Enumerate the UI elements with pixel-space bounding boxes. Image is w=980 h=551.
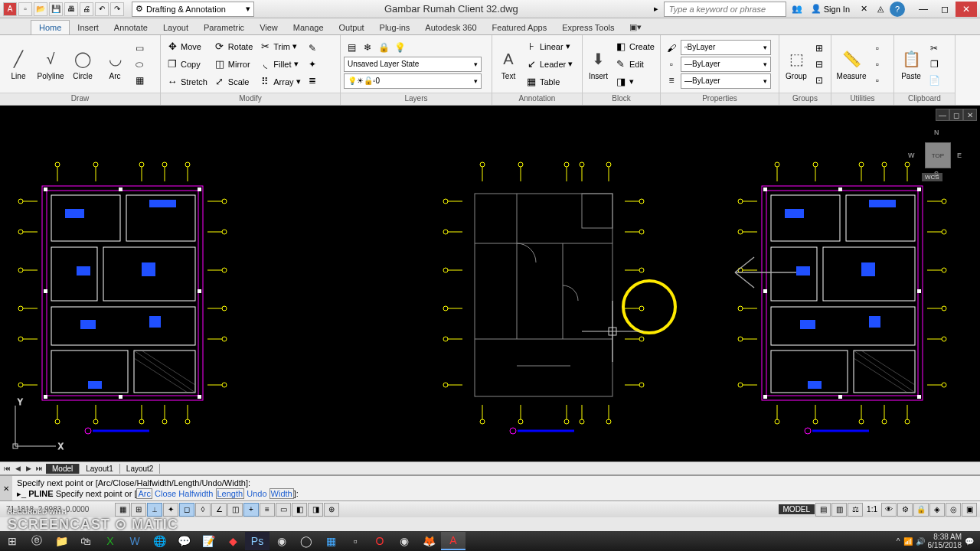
system-tray[interactable]: ^ 📶 🔊 8:38 AM 6/15/2018 💬: [890, 533, 980, 549]
ribbon-min-icon[interactable]: ▣▾: [622, 20, 649, 34]
utilities-panel[interactable]: Utilities: [831, 93, 893, 105]
task-ie-icon[interactable]: ⓔ: [24, 532, 49, 550]
task-firefox-icon[interactable]: 🦊: [416, 532, 441, 550]
group-sel-icon[interactable]: ⊡: [812, 73, 827, 88]
annovisibility-icon[interactable]: 👁: [881, 503, 897, 517]
tab-output[interactable]: Output: [332, 21, 372, 34]
dyn-icon[interactable]: +: [243, 503, 259, 517]
task-opera-icon[interactable]: O: [368, 532, 392, 550]
tab-first-icon[interactable]: ⏮: [2, 463, 12, 474]
qp-icon[interactable]: ◧: [292, 503, 307, 517]
measure-button[interactable]: 📏Measure: [835, 37, 868, 91]
clipboard-panel[interactable]: Clipboard: [894, 93, 955, 105]
task-chat-icon[interactable]: 💬: [172, 532, 196, 550]
open-icon[interactable]: 📂: [34, 2, 47, 16]
linetype-dropdown[interactable]: — ByLayer: [681, 73, 771, 89]
workspace-dropdown[interactable]: Drafting & Annotation: [132, 2, 254, 17]
3dosnap-icon[interactable]: ◊: [195, 503, 211, 517]
quickview-layouts-icon[interactable]: ▤: [815, 503, 831, 517]
cmd-close-icon[interactable]: ✕: [0, 476, 12, 500]
copy-button[interactable]: ❐Copy: [164, 56, 210, 73]
task-app3-icon[interactable]: ▦: [318, 532, 343, 550]
annotation-scale[interactable]: 1:1: [864, 505, 880, 514]
leader-button[interactable]: ↙Leader▾: [523, 56, 575, 73]
tab-manage[interactable]: Manage: [286, 21, 332, 34]
viewcube-top[interactable]: TOP: [925, 142, 951, 168]
maximize-button[interactable]: ◻: [934, 2, 956, 17]
polyline-button[interactable]: √Polyline: [35, 37, 66, 91]
help-icon[interactable]: ?: [890, 2, 905, 17]
tab-insert[interactable]: Insert: [70, 21, 106, 34]
undo-icon[interactable]: ↶: [95, 2, 109, 16]
plot-icon[interactable]: 🖶: [64, 2, 78, 16]
line-button[interactable]: ╱Line: [3, 37, 34, 91]
wcs-label[interactable]: WCS: [922, 173, 942, 181]
task-word-icon[interactable]: W: [122, 532, 147, 550]
layer-props-icon[interactable]: ▤: [344, 40, 359, 55]
text-button[interactable]: AText: [495, 37, 521, 91]
layer-state-dropdown[interactable]: Unsaved Layer State: [344, 57, 482, 72]
erase-icon[interactable]: ✎: [305, 41, 320, 56]
lwt-icon[interactable]: ≡: [260, 503, 275, 517]
ungroup-icon[interactable]: ⊞: [812, 41, 827, 56]
ortho-icon[interactable]: ⟂: [147, 503, 162, 517]
save-icon[interactable]: 💾: [49, 2, 63, 16]
clean-screen-icon[interactable]: ▣: [962, 503, 977, 517]
sign-in-button[interactable]: Sign In: [806, 4, 854, 14]
rectangle-icon[interactable]: ▭: [132, 41, 147, 56]
layer-lock-icon[interactable]: 🔒: [376, 40, 391, 55]
props-color-icon[interactable]: ▫: [664, 57, 679, 72]
explode-icon[interactable]: ✦: [305, 57, 320, 72]
modify-panel[interactable]: Modify: [161, 93, 340, 105]
layout2-tab[interactable]: Layout2: [120, 464, 161, 474]
group-button[interactable]: ⬚Group: [782, 37, 810, 91]
offset-icon[interactable]: ≣: [305, 73, 320, 88]
stretch-button[interactable]: ↔Stretch: [164, 73, 210, 90]
tpy-icon[interactable]: ▭: [276, 503, 291, 517]
osnap-icon[interactable]: ◻: [179, 503, 194, 517]
move-button[interactable]: ✥Move: [164, 38, 210, 55]
task-chrome-icon[interactable]: ◉: [270, 532, 294, 550]
tab-layout[interactable]: Layout: [155, 21, 196, 34]
color-dropdown[interactable]: ▫ ByLayer: [681, 40, 771, 55]
am-icon[interactable]: ⊕: [324, 503, 339, 517]
clock[interactable]: 8:38 AM 6/15/2018: [928, 533, 962, 549]
autodesk360-icon[interactable]: 👥: [789, 2, 805, 17]
create-button[interactable]: ◧Create: [612, 38, 657, 55]
tab-autodesk360[interactable]: Autodesk 360: [417, 21, 484, 34]
tab-prev-icon[interactable]: ◀: [12, 463, 23, 474]
model-tab[interactable]: Model: [46, 464, 80, 474]
groups-panel[interactable]: Groups: [779, 93, 831, 105]
current-layer-dropdown[interactable]: 💡☀🔓▫ 0: [344, 73, 482, 89]
sc-icon[interactable]: ◨: [308, 503, 323, 517]
props-list-icon[interactable]: ≡: [664, 73, 679, 88]
app-menu-icon[interactable]: A: [3, 2, 17, 16]
util-1-icon[interactable]: ▫: [870, 41, 885, 56]
viewcube[interactable]: N E W S TOP WCS: [911, 129, 965, 182]
fillet-button[interactable]: ◟Fillet▾: [256, 56, 302, 73]
task-store-icon[interactable]: 🛍: [74, 532, 98, 550]
task-notes-icon[interactable]: 📝: [196, 532, 220, 550]
snap-mode-icon[interactable]: ▦: [115, 503, 130, 517]
task-app4-icon[interactable]: ▫: [343, 532, 368, 550]
redo-icon[interactable]: ↷: [110, 2, 124, 16]
edit-button[interactable]: ✎Edit: [612, 56, 657, 73]
lineweight-dropdown[interactable]: — ByLayer: [681, 57, 771, 72]
util-2-icon[interactable]: ▫: [870, 57, 885, 72]
search-toggle-icon[interactable]: ▸: [648, 2, 664, 17]
task-explorer-icon[interactable]: 📁: [49, 532, 74, 550]
drawing-area[interactable]: — ◻ ✕: [0, 106, 980, 461]
linear-button[interactable]: ⊦Linear▾: [523, 38, 575, 55]
insert-button[interactable]: ⬇Insert: [586, 37, 611, 91]
cut-icon[interactable]: ✂: [926, 41, 942, 56]
command-line[interactable]: ✕ Specify next point or [Arc/Close/Halfw…: [0, 475, 980, 500]
new-icon[interactable]: ▫: [18, 2, 32, 16]
block-panel[interactable]: Block: [583, 93, 660, 105]
layers-panel[interactable]: Layers: [341, 93, 492, 105]
tab-annotate[interactable]: Annotate: [106, 21, 155, 34]
search-input[interactable]: [664, 2, 786, 17]
task-app1-icon[interactable]: ◆: [220, 532, 245, 550]
circle-button[interactable]: ◯Circle: [67, 37, 98, 91]
tab-express-tools[interactable]: Express Tools: [554, 21, 622, 34]
tab-last-icon[interactable]: ⏭: [34, 463, 44, 474]
